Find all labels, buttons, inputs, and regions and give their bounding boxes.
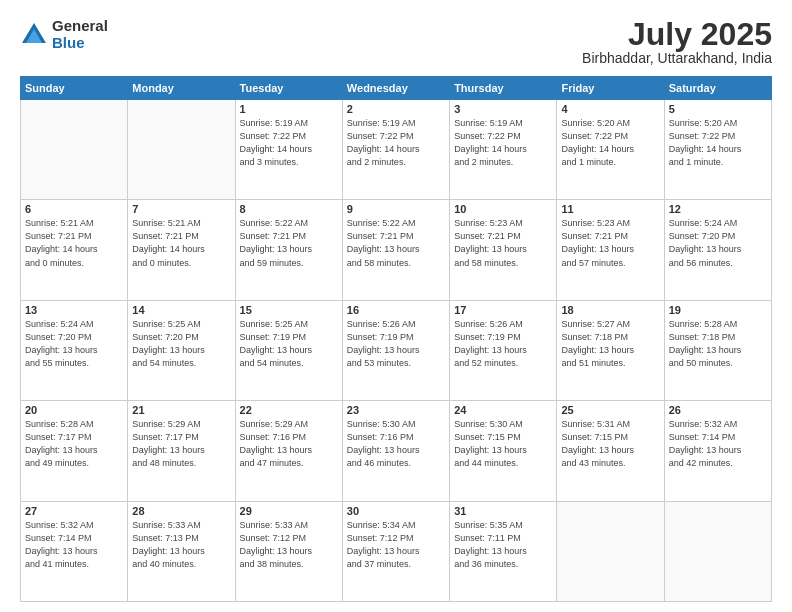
day-cell: 13Sunrise: 5:24 AM Sunset: 7:20 PM Dayli… [21, 300, 128, 400]
page: General Blue July 2025 Birbhaddar, Uttar… [0, 0, 792, 612]
day-info: Sunrise: 5:24 AM Sunset: 7:20 PM Dayligh… [25, 318, 123, 370]
day-cell: 26Sunrise: 5:32 AM Sunset: 7:14 PM Dayli… [664, 401, 771, 501]
day-cell: 14Sunrise: 5:25 AM Sunset: 7:20 PM Dayli… [128, 300, 235, 400]
day-number: 18 [561, 304, 659, 316]
header-monday: Monday [128, 77, 235, 100]
day-info: Sunrise: 5:35 AM Sunset: 7:11 PM Dayligh… [454, 519, 552, 571]
day-cell: 27Sunrise: 5:32 AM Sunset: 7:14 PM Dayli… [21, 501, 128, 601]
day-info: Sunrise: 5:25 AM Sunset: 7:19 PM Dayligh… [240, 318, 338, 370]
header-sunday: Sunday [21, 77, 128, 100]
day-number: 26 [669, 404, 767, 416]
day-number: 10 [454, 203, 552, 215]
day-number: 31 [454, 505, 552, 517]
day-info: Sunrise: 5:21 AM Sunset: 7:21 PM Dayligh… [25, 217, 123, 269]
day-cell: 20Sunrise: 5:28 AM Sunset: 7:17 PM Dayli… [21, 401, 128, 501]
day-number: 24 [454, 404, 552, 416]
day-info: Sunrise: 5:26 AM Sunset: 7:19 PM Dayligh… [454, 318, 552, 370]
day-number: 19 [669, 304, 767, 316]
day-number: 16 [347, 304, 445, 316]
day-info: Sunrise: 5:28 AM Sunset: 7:18 PM Dayligh… [669, 318, 767, 370]
header-friday: Friday [557, 77, 664, 100]
day-info: Sunrise: 5:30 AM Sunset: 7:16 PM Dayligh… [347, 418, 445, 470]
day-number: 13 [25, 304, 123, 316]
day-info: Sunrise: 5:23 AM Sunset: 7:21 PM Dayligh… [454, 217, 552, 269]
day-cell [21, 100, 128, 200]
day-number: 5 [669, 103, 767, 115]
week-row-4: 27Sunrise: 5:32 AM Sunset: 7:14 PM Dayli… [21, 501, 772, 601]
day-cell: 23Sunrise: 5:30 AM Sunset: 7:16 PM Dayli… [342, 401, 449, 501]
day-number: 25 [561, 404, 659, 416]
day-info: Sunrise: 5:29 AM Sunset: 7:16 PM Dayligh… [240, 418, 338, 470]
day-number: 7 [132, 203, 230, 215]
day-info: Sunrise: 5:30 AM Sunset: 7:15 PM Dayligh… [454, 418, 552, 470]
calendar-header-row: SundayMondayTuesdayWednesdayThursdayFrid… [21, 77, 772, 100]
week-row-2: 13Sunrise: 5:24 AM Sunset: 7:20 PM Dayli… [21, 300, 772, 400]
week-row-1: 6Sunrise: 5:21 AM Sunset: 7:21 PM Daylig… [21, 200, 772, 300]
day-cell: 15Sunrise: 5:25 AM Sunset: 7:19 PM Dayli… [235, 300, 342, 400]
day-info: Sunrise: 5:32 AM Sunset: 7:14 PM Dayligh… [25, 519, 123, 571]
day-info: Sunrise: 5:29 AM Sunset: 7:17 PM Dayligh… [132, 418, 230, 470]
day-number: 3 [454, 103, 552, 115]
day-number: 8 [240, 203, 338, 215]
day-cell: 7Sunrise: 5:21 AM Sunset: 7:21 PM Daylig… [128, 200, 235, 300]
day-cell: 29Sunrise: 5:33 AM Sunset: 7:12 PM Dayli… [235, 501, 342, 601]
day-cell: 4Sunrise: 5:20 AM Sunset: 7:22 PM Daylig… [557, 100, 664, 200]
day-cell: 5Sunrise: 5:20 AM Sunset: 7:22 PM Daylig… [664, 100, 771, 200]
header-wednesday: Wednesday [342, 77, 449, 100]
day-number: 29 [240, 505, 338, 517]
day-cell: 6Sunrise: 5:21 AM Sunset: 7:21 PM Daylig… [21, 200, 128, 300]
day-info: Sunrise: 5:27 AM Sunset: 7:18 PM Dayligh… [561, 318, 659, 370]
day-number: 17 [454, 304, 552, 316]
day-info: Sunrise: 5:33 AM Sunset: 7:13 PM Dayligh… [132, 519, 230, 571]
day-cell: 19Sunrise: 5:28 AM Sunset: 7:18 PM Dayli… [664, 300, 771, 400]
week-row-0: 1Sunrise: 5:19 AM Sunset: 7:22 PM Daylig… [21, 100, 772, 200]
day-number: 21 [132, 404, 230, 416]
logo-icon [20, 21, 48, 49]
logo-general: General [52, 18, 108, 35]
day-cell: 25Sunrise: 5:31 AM Sunset: 7:15 PM Dayli… [557, 401, 664, 501]
day-number: 12 [669, 203, 767, 215]
day-info: Sunrise: 5:34 AM Sunset: 7:12 PM Dayligh… [347, 519, 445, 571]
day-info: Sunrise: 5:28 AM Sunset: 7:17 PM Dayligh… [25, 418, 123, 470]
title-location: Birbhaddar, Uttarakhand, India [582, 50, 772, 66]
header-saturday: Saturday [664, 77, 771, 100]
day-info: Sunrise: 5:33 AM Sunset: 7:12 PM Dayligh… [240, 519, 338, 571]
day-info: Sunrise: 5:26 AM Sunset: 7:19 PM Dayligh… [347, 318, 445, 370]
day-info: Sunrise: 5:19 AM Sunset: 7:22 PM Dayligh… [454, 117, 552, 169]
day-cell: 18Sunrise: 5:27 AM Sunset: 7:18 PM Dayli… [557, 300, 664, 400]
day-cell: 28Sunrise: 5:33 AM Sunset: 7:13 PM Dayli… [128, 501, 235, 601]
day-cell: 2Sunrise: 5:19 AM Sunset: 7:22 PM Daylig… [342, 100, 449, 200]
header: General Blue July 2025 Birbhaddar, Uttar… [20, 18, 772, 66]
day-info: Sunrise: 5:19 AM Sunset: 7:22 PM Dayligh… [347, 117, 445, 169]
day-cell: 21Sunrise: 5:29 AM Sunset: 7:17 PM Dayli… [128, 401, 235, 501]
day-number: 28 [132, 505, 230, 517]
day-number: 14 [132, 304, 230, 316]
day-number: 2 [347, 103, 445, 115]
day-number: 15 [240, 304, 338, 316]
day-cell: 12Sunrise: 5:24 AM Sunset: 7:20 PM Dayli… [664, 200, 771, 300]
logo-blue: Blue [52, 35, 108, 52]
day-info: Sunrise: 5:32 AM Sunset: 7:14 PM Dayligh… [669, 418, 767, 470]
day-info: Sunrise: 5:20 AM Sunset: 7:22 PM Dayligh… [669, 117, 767, 169]
day-info: Sunrise: 5:25 AM Sunset: 7:20 PM Dayligh… [132, 318, 230, 370]
day-cell [664, 501, 771, 601]
day-number: 6 [25, 203, 123, 215]
day-cell: 1Sunrise: 5:19 AM Sunset: 7:22 PM Daylig… [235, 100, 342, 200]
day-cell: 31Sunrise: 5:35 AM Sunset: 7:11 PM Dayli… [450, 501, 557, 601]
day-info: Sunrise: 5:23 AM Sunset: 7:21 PM Dayligh… [561, 217, 659, 269]
day-number: 9 [347, 203, 445, 215]
day-cell: 22Sunrise: 5:29 AM Sunset: 7:16 PM Dayli… [235, 401, 342, 501]
day-info: Sunrise: 5:24 AM Sunset: 7:20 PM Dayligh… [669, 217, 767, 269]
day-cell [557, 501, 664, 601]
title-month: July 2025 [582, 18, 772, 50]
day-cell: 30Sunrise: 5:34 AM Sunset: 7:12 PM Dayli… [342, 501, 449, 601]
day-number: 1 [240, 103, 338, 115]
day-number: 27 [25, 505, 123, 517]
day-cell: 3Sunrise: 5:19 AM Sunset: 7:22 PM Daylig… [450, 100, 557, 200]
day-number: 23 [347, 404, 445, 416]
day-info: Sunrise: 5:31 AM Sunset: 7:15 PM Dayligh… [561, 418, 659, 470]
title-block: July 2025 Birbhaddar, Uttarakhand, India [582, 18, 772, 66]
day-cell: 8Sunrise: 5:22 AM Sunset: 7:21 PM Daylig… [235, 200, 342, 300]
day-info: Sunrise: 5:22 AM Sunset: 7:21 PM Dayligh… [240, 217, 338, 269]
header-thursday: Thursday [450, 77, 557, 100]
